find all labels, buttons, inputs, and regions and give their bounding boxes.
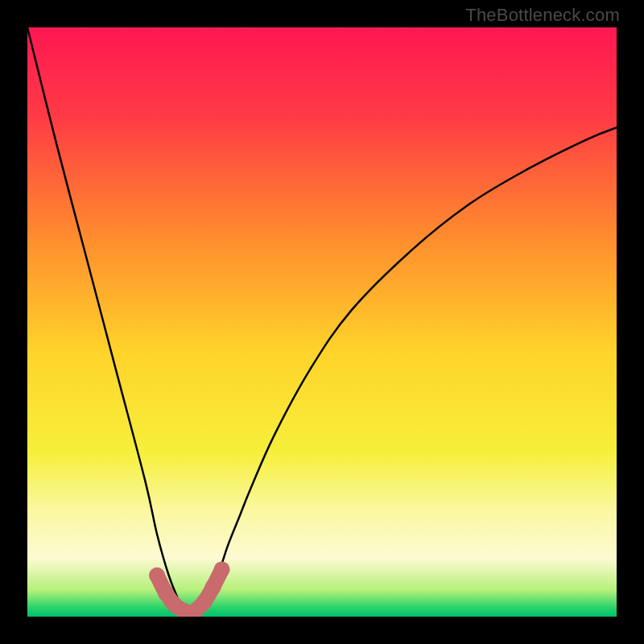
- highlight-dot: [149, 568, 165, 584]
- bottleneck-curve: [27, 27, 617, 617]
- curve-layer: [27, 27, 617, 617]
- highlight-dot: [214, 561, 230, 577]
- watermark-text: TheBottleneck.com: [465, 5, 620, 26]
- plot-area: [27, 27, 617, 617]
- highlight-dot: [205, 579, 221, 595]
- chart-frame: TheBottleneck.com: [0, 0, 644, 644]
- highlight-dot: [196, 594, 213, 610]
